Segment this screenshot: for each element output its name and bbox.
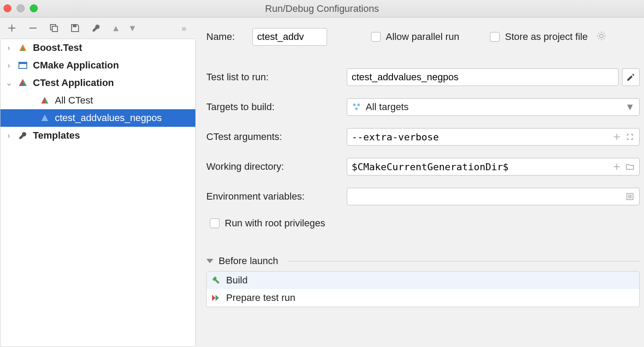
workdir-label: Working directory: [206,161,338,172]
browse-folder-button[interactable] [625,162,635,172]
tree-node-label: CMake Application [33,60,119,71]
tree-node-all-ctest[interactable]: All CTest [0,92,195,109]
ctest-icon [39,96,50,105]
store-options-button[interactable] [597,31,608,43]
allow-parallel-run-checkbox[interactable]: Allow parallel run [371,31,460,43]
tree-node-cmake-app[interactable]: › CMake Application [0,57,195,74]
collapse-icon[interactable]: ⌄ [5,78,13,88]
svg-point-25 [355,107,358,110]
insert-macro-button[interactable] [612,132,622,142]
chevron-down-icon: ▼ [625,101,635,113]
svg-marker-13 [41,114,48,121]
targets-select[interactable]: All targets ▼ [347,98,640,116]
prepare-icon [211,293,221,303]
plus-icon [613,133,620,140]
wrench-icon [91,23,101,33]
env-list-button[interactable] [625,192,635,201]
titlebar: Run/Debug Configurations [0,0,644,18]
svg-rect-3 [73,25,76,27]
before-launch-item-label: Prepare test run [226,292,295,304]
maximize-window-button[interactable] [30,4,38,12]
before-launch-item-label: Build [226,275,248,286]
checkbox-icon [210,218,219,228]
tree-node-ctest-app[interactable]: ⌄ CTest Application [0,74,195,92]
wrench-icon [17,131,29,140]
ctest-args-label: CTest arguments: [206,131,338,143]
workdir-input[interactable] [352,161,612,172]
edit-templates-button[interactable] [90,22,102,34]
before-launch-title: Before launch [219,255,278,267]
targets-icon [352,102,361,112]
gear-icon [597,31,606,41]
tree-node-ctest-addvalues[interactable]: ctest_addvalues_negpos [0,109,195,127]
before-launch-list[interactable]: Build Prepare test run [206,271,640,307]
close-window-button[interactable] [4,4,11,12]
application-icon [17,61,29,70]
name-input[interactable] [252,28,327,46]
configuration-form: Name: Allow parallel run Store as projec… [196,18,644,347]
folder-icon [626,163,634,170]
root-privileges-checkbox[interactable]: Run with root privileges [210,218,325,229]
svg-rect-2 [52,26,58,32]
configurations-toolbar: ▲ ▼ » [0,18,196,39]
move-down-button[interactable]: ▼ [128,23,137,33]
env-input[interactable] [352,191,625,202]
ctest-args-input[interactable] [352,132,612,143]
ctest-icon [39,114,50,122]
insert-macro-button[interactable] [612,162,622,172]
ctest-icon [17,78,29,88]
expand-icon [626,133,633,140]
targets-value: All targets [366,101,409,113]
svg-marker-12 [41,97,45,104]
more-actions-button[interactable]: » [178,22,190,34]
tree-node-templates[interactable]: › Templates [0,127,195,144]
copy-configuration-button[interactable] [48,22,60,34]
minus-icon [29,24,37,32]
test-list-field[interactable] [347,68,619,86]
expand-field-button[interactable] [625,132,635,142]
checkbox-icon [371,32,381,42]
svg-line-22 [598,38,599,39]
add-configuration-button[interactable] [6,22,18,34]
pencil-icon [626,73,635,82]
expand-icon[interactable]: › [5,43,13,53]
workdir-field[interactable] [347,158,640,175]
chevron-down-icon [206,259,213,263]
checkbox-icon [490,32,500,42]
svg-rect-0 [29,28,36,29]
allow-parallel-label: Allow parallel run [386,31,460,43]
configurations-tree[interactable]: › Boost.Test › CMake Application ⌄ CTest… [0,39,196,347]
store-as-project-file-checkbox[interactable]: Store as project file [490,31,587,43]
expand-icon[interactable]: › [5,61,13,70]
svg-marker-31 [216,295,219,301]
save-configuration-button[interactable] [69,22,81,34]
test-list-input[interactable] [352,72,614,83]
list-icon [626,193,633,200]
tree-node-label: All CTest [55,95,93,106]
svg-line-19 [598,33,599,34]
env-label: Environment variables: [206,191,338,202]
before-launch-item[interactable]: Prepare test run [207,289,639,307]
before-launch-item[interactable]: Build [207,272,639,289]
configurations-panel: ▲ ▼ » › Boost.Test › CMake Application ⌄… [0,18,196,347]
env-field[interactable] [347,188,640,205]
targets-label: Targets to build: [206,101,338,113]
svg-rect-7 [19,62,27,64]
window-controls [4,4,38,12]
plus-icon [7,24,16,32]
plus-icon [613,163,620,170]
expand-icon[interactable]: › [5,131,13,140]
tree-node-label: CTest Application [33,77,114,89]
svg-point-14 [600,34,603,38]
svg-point-24 [357,104,360,106]
move-up-button[interactable]: ▲ [112,23,120,33]
edit-test-list-button[interactable] [622,68,640,86]
minimize-window-button[interactable] [17,4,25,12]
before-launch-header[interactable]: Before launch [206,255,640,267]
tree-node-boost-test[interactable]: › Boost.Test [0,39,195,57]
ctest-args-field[interactable] [347,128,640,146]
remove-configuration-button[interactable] [27,22,39,34]
svg-line-21 [604,33,604,34]
test-list-label: Test list to run: [206,72,338,83]
tree-node-label: Templates [33,130,80,141]
